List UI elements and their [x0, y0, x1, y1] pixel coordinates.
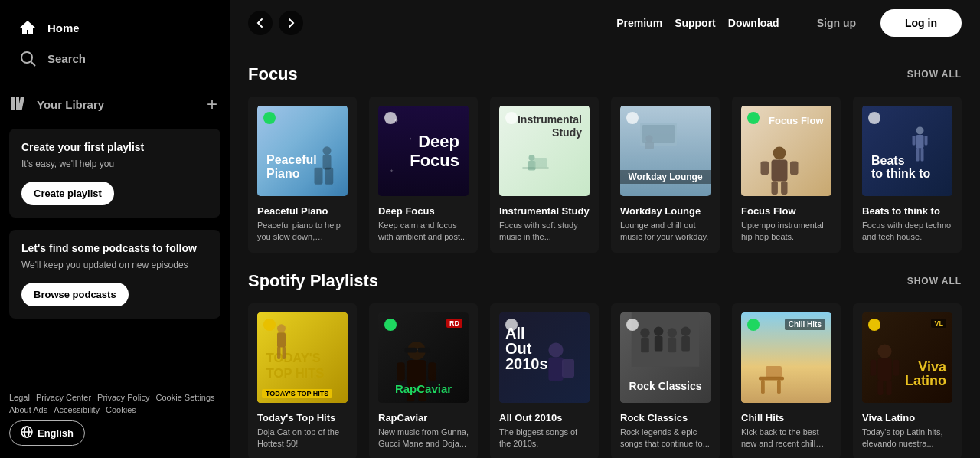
library-icon — [9, 94, 28, 115]
card-dot-ch — [747, 319, 760, 331]
card-deep-focus[interactable]: DeepFocus ✦ ✦ ✦ Deep Focus Keep calm and… — [369, 97, 478, 253]
card-focus-flow[interactable]: Focus Flow Focus Flow Uptempo instrument… — [732, 97, 841, 253]
sidebar: Home Search Your Library + Create your f… — [0, 0, 230, 458]
login-button[interactable]: Log in — [880, 9, 962, 37]
svg-rect-54 — [655, 336, 663, 351]
create-playlist-button[interactable]: Create playlist — [21, 182, 114, 205]
svg-rect-44 — [428, 362, 436, 381]
svg-rect-23 — [772, 181, 778, 195]
card-peaceful-piano[interactable]: PeacefulPiano Peaceful Piano Peaceful pi… — [248, 97, 357, 253]
browse-podcasts-button[interactable]: Browse podcasts — [21, 283, 129, 306]
card-desc-deep-focus: Keep calm and focus with ambient and pos… — [378, 220, 469, 244]
card-img-todays-top-hits: TODAY'S TOP HITS TODAY'S TOP HITS — [257, 312, 348, 403]
sidebar-item-home[interactable]: Home — [9, 12, 220, 43]
signup-button[interactable]: Sign up — [805, 11, 868, 35]
footer-link-privacy-center[interactable]: Privacy Center — [36, 393, 91, 402]
card-img-instrumental-study: InstrumentalStudy — [499, 106, 590, 196]
footer-link-cookies[interactable]: Cookies — [106, 405, 136, 414]
footer-link-privacy-policy[interactable]: Privacy Policy — [97, 393, 149, 402]
svg-point-34 — [277, 324, 286, 332]
card-todays-top-hits[interactable]: TODAY'S TOP HITS TODAY'S TOP HITS Today'… — [248, 303, 357, 458]
header-right: Premium Support Download Sign up Log in — [616, 9, 962, 37]
sidebar-home-label: Home — [47, 21, 80, 34]
nav-forward-button[interactable] — [279, 11, 303, 35]
svg-point-0 — [21, 52, 32, 63]
footer-link-legal[interactable]: Legal — [9, 393, 30, 402]
card-rapcaviar[interactable]: RD RapCaviar — [369, 303, 478, 458]
svg-rect-62 — [777, 380, 781, 394]
main-header: Premium Support Download Sign up Log in — [230, 0, 980, 46]
sidebar-search-label: Search — [47, 52, 86, 65]
create-playlist-card: Create your first playlist It's easy, we… — [9, 129, 220, 218]
card-instrumental-study[interactable]: InstrumentalStudy Instrumental Study Foc… — [490, 97, 599, 253]
svg-rect-2 — [11, 97, 15, 110]
library-header-left[interactable]: Your Library — [9, 94, 104, 115]
create-playlist-title: Create your first playlist — [21, 141, 208, 153]
card-beats-to-think[interactable]: Beatsto think to Beats to think to Focus… — [853, 97, 962, 253]
focus-show-all-button[interactable]: Show all — [907, 69, 962, 80]
card-img-rock-classics: Rock Classics — [620, 312, 710, 403]
svg-rect-27 — [913, 136, 916, 146]
svg-rect-13 — [522, 168, 549, 169]
support-link[interactable]: Support — [675, 17, 716, 29]
svg-rect-40 — [418, 348, 430, 353]
card-viva-latino[interactable]: VL VivaLatino Viva Latino — [853, 303, 962, 458]
playlists-cards-grid: TODAY'S TOP HITS TODAY'S TOP HITS Today'… — [248, 303, 962, 458]
ff-figure — [749, 142, 810, 196]
svg-rect-26 — [916, 135, 924, 149]
card-chill-hits[interactable]: Chill Hits Chill Hits Kick back to the b… — [732, 303, 841, 458]
card-title-all-out-2010s: All Out 2010s — [499, 412, 590, 424]
svg-point-55 — [668, 328, 677, 337]
main-content: Premium Support Download Sign up Log in … — [230, 0, 980, 458]
premium-link[interactable]: Premium — [616, 17, 662, 29]
ff-text: Focus Flow — [769, 115, 824, 126]
svg-rect-67 — [877, 380, 883, 395]
card-dot-beats-to-think — [868, 112, 880, 124]
footer-link-accessibility[interactable]: Accessibility — [54, 405, 100, 414]
svg-point-53 — [654, 326, 663, 335]
card-rock-classics[interactable]: Rock Classics Rock Classics Rock legends… — [611, 303, 720, 458]
card-desc-todays-top-hits: Doja Cat on top of the Hottest 50! — [257, 427, 348, 450]
card-title-rock-classics: Rock Classics — [620, 412, 710, 424]
svg-rect-36 — [277, 346, 280, 359]
svg-rect-61 — [761, 380, 765, 394]
rc-text: RapCaviar — [378, 382, 469, 395]
svg-rect-14 — [534, 158, 547, 168]
card-desc-instrumental-study: Focus with soft study music in the... — [499, 220, 590, 244]
card-all-out-2010s[interactable]: AllOut2010s All Out 2010s The biggest so… — [490, 303, 599, 458]
focus-cards-grid: PeacefulPiano Peaceful Piano Peaceful pi… — [248, 97, 962, 253]
card-dot-peaceful-piano — [263, 112, 276, 124]
card-img-chill-hits: Chill Hits — [741, 312, 831, 403]
language-button[interactable]: English — [9, 420, 85, 446]
add-library-button[interactable]: + — [204, 92, 220, 116]
download-link[interactable]: Download — [728, 17, 779, 29]
focus-section-title: Focus — [248, 64, 298, 84]
card-dot-rc — [384, 319, 397, 331]
card-dot-focus-flow — [747, 112, 760, 124]
card-desc-all-out-2010s: The biggest songs of the 2010s. — [499, 427, 590, 450]
svg-rect-21 — [761, 162, 769, 175]
playlists-section-header: Spotify Playlists Show all — [248, 271, 962, 291]
card-desc-workday-lounge: Lounge and chill out music for your work… — [620, 220, 710, 244]
svg-rect-28 — [925, 136, 928, 146]
card-desc-beats-to-think: Focus with deep techno and tech house. — [862, 220, 952, 244]
footer-link-about-ads[interactable]: About Ads — [9, 405, 47, 414]
footer-link-cookie-settings[interactable]: Cookie Settings — [156, 393, 215, 402]
card-desc-focus-flow: Uptempo instrumental hip hop beats. — [741, 220, 831, 244]
footer-links: Legal Privacy Center Privacy Policy Cook… — [9, 393, 220, 414]
nav-back-button[interactable] — [248, 11, 273, 35]
rc-badge: RD — [446, 319, 462, 328]
nav-arrows — [248, 11, 303, 35]
svg-rect-59 — [766, 366, 782, 378]
card-dot-vl — [868, 319, 880, 331]
svg-point-7 — [323, 146, 332, 155]
is-figure — [511, 150, 564, 188]
tth-badge: TODAY'S TOP HITS — [262, 389, 332, 398]
sidebar-item-search[interactable]: Search — [9, 43, 220, 74]
card-workday-lounge[interactable]: Workday Lounge Workday Lounge Lounge and… — [611, 97, 720, 253]
podcasts-card: Let's find some podcasts to follow We'll… — [9, 230, 220, 319]
card-img-deep-focus: DeepFocus ✦ ✦ ✦ — [378, 106, 469, 196]
playlists-show-all-button[interactable]: Show all — [907, 276, 962, 286]
library-label: Your Library — [37, 98, 104, 111]
ch-chair — [756, 357, 802, 403]
